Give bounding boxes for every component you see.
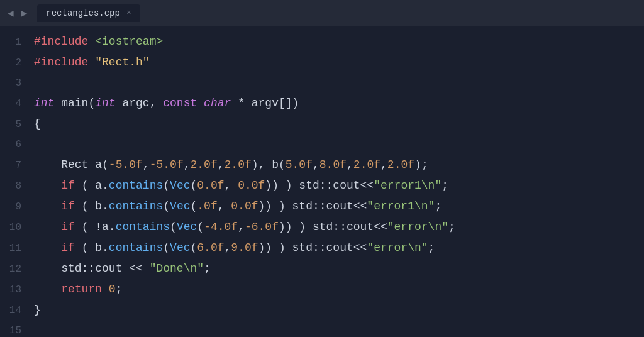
- line-9: 9 if ( b.contains(Vec(.0f, 0.0f)) ) std:…: [0, 196, 644, 217]
- line-content: {: [31, 114, 41, 134]
- close-icon[interactable]: ×: [126, 8, 131, 18]
- line-content: if ( b.contains(Vec(6.0f,9.0f)) ) std::c…: [31, 238, 435, 258]
- line-content: return 0;: [31, 279, 122, 299]
- line-content: if ( a.contains(Vec(0.0f, 0.0f)) ) std::…: [31, 175, 448, 196]
- tab-filename: rectangles.cpp: [46, 8, 120, 18]
- nav-back-icon[interactable]: ◀: [5, 6, 16, 21]
- line-number: 9: [0, 197, 31, 217]
- line-5: 5 {: [0, 114, 644, 135]
- line-15: 15: [0, 321, 644, 337]
- line-number: 6: [0, 135, 31, 155]
- line-number: 11: [0, 238, 31, 258]
- line-number: 3: [0, 73, 31, 93]
- line-content: Rect a(-5.0f,-5.0f,2.0f,2.0f), b(5.0f,8.…: [31, 155, 428, 175]
- line-number: 2: [0, 53, 31, 73]
- editor-area: 1 #include <iostream> 2 #include "Rect.h…: [0, 26, 644, 337]
- line-number: 5: [0, 114, 31, 135]
- line-number: 13: [0, 280, 31, 300]
- line-number: 10: [0, 218, 31, 238]
- title-bar: ◀ ▶ rectangles.cpp ×: [0, 0, 644, 26]
- line-content: #include "Rect.h": [31, 52, 150, 72]
- line-content: if ( b.contains(Vec(.0f, 0.0f)) ) std::c…: [31, 196, 441, 216]
- line-number: 8: [0, 176, 31, 196]
- line-content: if ( !a.contains(Vec(-4.0f,-6.0f)) ) std…: [31, 217, 455, 237]
- line-7: 7 Rect a(-5.0f,-5.0f,2.0f,2.0f), b(5.0f,…: [0, 155, 644, 175]
- line-1: 1 #include <iostream>: [0, 31, 644, 52]
- line-11: 11 if ( b.contains(Vec(6.0f,9.0f)) ) std…: [0, 238, 644, 258]
- line-3: 3: [0, 73, 644, 93]
- line-number: 14: [0, 301, 31, 321]
- line-8: 8 if ( a.contains(Vec(0.0f, 0.0f)) ) std…: [0, 175, 644, 196]
- line-2: 2 #include "Rect.h": [0, 52, 644, 73]
- line-number: 4: [0, 94, 31, 114]
- line-14: 14 }: [0, 300, 644, 321]
- line-content: std::cout << "Done\n";: [31, 258, 211, 279]
- line-number: 15: [0, 321, 31, 337]
- line-number: 12: [0, 259, 31, 279]
- line-content: #include <iostream>: [31, 31, 163, 52]
- active-tab[interactable]: rectangles.cpp ×: [37, 4, 140, 22]
- line-number: 7: [0, 155, 31, 175]
- nav-forward-icon[interactable]: ▶: [19, 6, 30, 21]
- line-4: 4 int main(int argc, const char * argv[]…: [0, 93, 644, 114]
- line-content: int main(int argc, const char * argv[]): [31, 93, 299, 113]
- line-12: 12 std::cout << "Done\n";: [0, 258, 644, 279]
- line-10: 10 if ( !a.contains(Vec(-4.0f,-6.0f)) ) …: [0, 217, 644, 238]
- line-number: 1: [0, 32, 31, 52]
- line-6: 6: [0, 135, 644, 155]
- line-13: 13 return 0;: [0, 279, 644, 300]
- line-content: }: [31, 300, 41, 320]
